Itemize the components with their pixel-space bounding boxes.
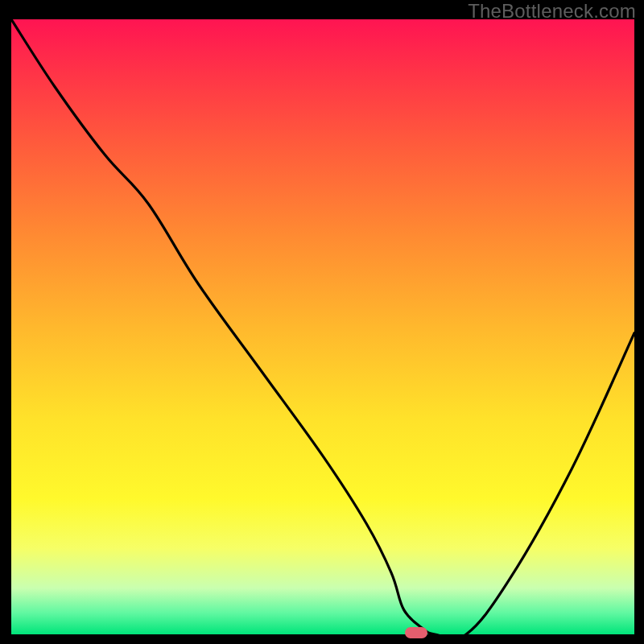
plot-area [11,19,634,634]
optimal-point-marker [405,627,427,638]
bottleneck-curve [11,19,634,634]
chart-frame: TheBottleneck.com [0,0,644,644]
